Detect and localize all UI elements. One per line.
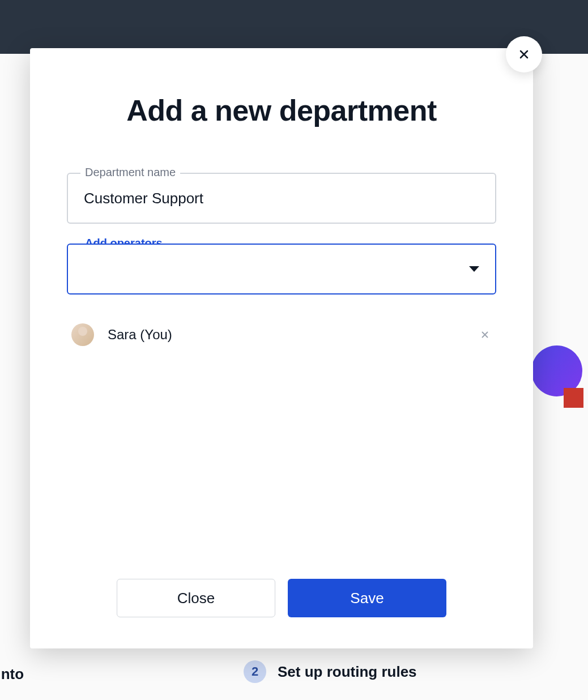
close-modal-button[interactable] xyxy=(506,36,542,72)
modal-title: Add a new department xyxy=(67,93,496,127)
save-button[interactable]: Save xyxy=(288,579,446,617)
chevron-down-icon xyxy=(469,266,479,272)
remove-operator-button[interactable] xyxy=(478,328,492,342)
department-name-group: Department name xyxy=(67,173,496,224)
close-icon xyxy=(517,48,531,61)
close-icon xyxy=(480,330,490,340)
modal-footer: Close Save xyxy=(67,579,496,617)
operator-name: Sara (You) xyxy=(108,327,478,343)
operator-list-item: Sara (You) xyxy=(67,314,496,355)
add-operators-select[interactable] xyxy=(67,244,496,294)
bg-bottom-right-text: Set up routing rules xyxy=(278,663,417,681)
bg-bag-icon xyxy=(564,388,583,408)
add-department-modal: Add a new department Department name Add… xyxy=(30,48,533,648)
operator-avatar xyxy=(71,323,94,346)
bg-bottom-left: r operators into xyxy=(0,665,24,683)
bg-bottom-right: 2 Set up routing rules xyxy=(244,660,417,683)
close-button[interactable]: Close xyxy=(117,579,275,617)
department-name-label: Department name xyxy=(80,166,180,179)
department-name-input[interactable] xyxy=(67,173,496,224)
add-operators-group: Add operators xyxy=(67,244,496,294)
step-number-badge: 2 xyxy=(244,660,266,683)
